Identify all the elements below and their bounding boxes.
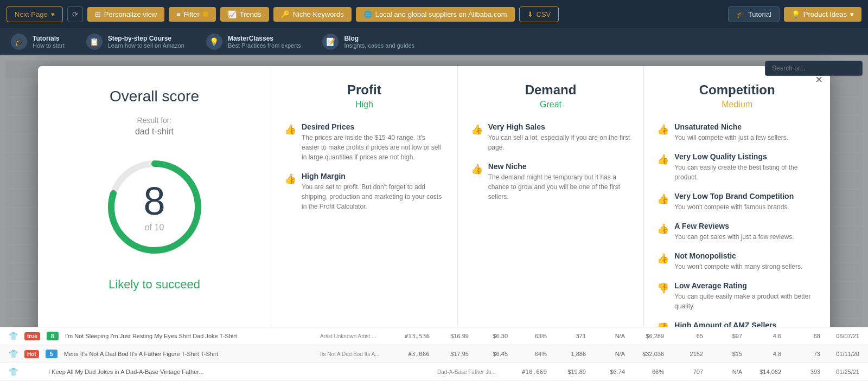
demand-item-1-desc: The demand might be temporary but it has…: [488, 172, 631, 202]
personalize-view-button[interactable]: ⊞ Personalize view: [87, 7, 165, 22]
profit-subtitle: High: [284, 100, 444, 109]
comp-item-4: 👍 Not Monopolistic You won't compete wit…: [657, 251, 817, 272]
comp-item-2-name: Very Low Top Brand Competition: [674, 192, 794, 201]
refresh-button[interactable]: ⟳: [67, 7, 83, 22]
comp-icon-4: 👍: [657, 253, 669, 264]
comp-item-2: 👍 Very Low Top Brand Competition You won…: [657, 192, 817, 212]
product-ideas-button[interactable]: 💡 Product Ideas ▾: [784, 7, 861, 22]
row-rating-1: 4.8: [749, 351, 781, 357]
tutorials-title: Tutorials: [33, 35, 65, 42]
trends-icon: 📈: [228, 10, 237, 18]
row-margin-1: 64%: [514, 351, 547, 357]
thumbs-up-icon-1: 👍: [284, 173, 296, 185]
tutorials-subtitle: How to start: [33, 42, 65, 49]
alibaba-icon: 🌐: [363, 10, 372, 18]
row-num-0: 68: [788, 333, 820, 339]
subnav: 🎓 Tutorials How to start 📋 Step-by-step …: [0, 28, 868, 55]
comp-item-4-name: Not Monopolistic: [674, 251, 802, 260]
demand-item-1-name: New Niche: [488, 162, 631, 171]
close-button[interactable]: ×: [815, 74, 822, 86]
product-icon: 👕: [9, 332, 18, 340]
row-margin-0: 63%: [514, 333, 547, 339]
result-for-label: Result for:: [137, 116, 172, 125]
next-page-button[interactable]: Next Page ▾: [7, 7, 63, 22]
subnav-item-blog[interactable]: 📝 Blog Insights, cases and guides: [322, 34, 414, 50]
masterclasses-title: MasterClasses: [228, 35, 301, 42]
competition-subtitle: Medium: [657, 100, 817, 109]
comp-icon-3: 👍: [657, 223, 669, 235]
comp-icon-5: 👎: [657, 282, 669, 294]
masterclasses-subtitle: Best Practices from experts: [228, 42, 301, 49]
row-val2-0: $97: [710, 333, 742, 339]
row-price-0: $16.99: [436, 333, 469, 339]
table-row: 👕 true 8 I'm Not Sleeping I'm Just Resti…: [0, 327, 868, 345]
blog-icon: 📝: [322, 34, 339, 50]
search-area: [765, 61, 863, 76]
tutorial-label: Tutorial: [748, 10, 771, 18]
comp-item-1-name: Very Low Quality Listings: [674, 152, 817, 161]
row-bsr-0: 65: [671, 333, 703, 339]
niche-keywords-button[interactable]: 🔑 Niche Keywords: [273, 7, 352, 22]
comp-icon-2: 👍: [657, 193, 669, 205]
comp-item-5-name: Low Average Rating: [674, 281, 817, 290]
blog-title: Blog: [344, 35, 414, 42]
niche-keywords-icon: 🔑: [281, 10, 290, 18]
csv-icon: ⬇: [527, 10, 533, 18]
profit-title: Profit: [284, 82, 444, 98]
profit-item-0-desc: The prices are inside the $15-40 range. …: [302, 133, 444, 162]
toolbar-right: 🎓 Tutorial 💡 Product Ideas ▾: [728, 7, 861, 22]
subnav-item-tutorials[interactable]: 🎓 Tutorials How to start: [11, 34, 65, 50]
product-ideas-icon: 💡: [792, 10, 800, 18]
comp-item-4-desc: You won't compete with many strong selle…: [674, 262, 802, 272]
row-brand-1: Its Not A Dad Bod Its A...: [320, 351, 391, 357]
chevron-down-icon-2: ▾: [850, 10, 854, 18]
profit-item-0-name: Desired Prices: [302, 122, 444, 131]
table-row: 👕 I Keep All My Dad Jokes in A Dad-A-Bas…: [0, 363, 868, 381]
row-num-1: 73: [788, 351, 820, 357]
row-cost-0: $6.30: [475, 333, 508, 339]
row-revenue-2: $14,062: [749, 369, 781, 375]
thumbs-up-icon-0: 👍: [284, 124, 296, 135]
alibaba-button[interactable]: 🌐 Local and global suppliers on Alibaba.…: [356, 7, 515, 22]
filter-icon: ≡: [176, 10, 181, 18]
row-price-1: $17.95: [436, 351, 469, 357]
row-revenue-0: $6,289: [631, 333, 664, 339]
trends-button[interactable]: 📈 Trends: [220, 7, 269, 22]
row-rank-2: #10,669: [514, 369, 547, 376]
hot-badge: true: [24, 332, 40, 340]
table-row: 👕 Hot 5 Mens It's Not A Dad Bod It's A F…: [0, 345, 868, 363]
row-title-2: I Keep All My Dad Jokes in A Dad-A-Base …: [48, 369, 431, 375]
demand-icon-0: 👍: [471, 124, 483, 135]
chevron-down-icon: ▾: [51, 10, 55, 18]
score-badge-0: 8: [47, 332, 59, 340]
blog-subtitle: Insights, cases and guides: [344, 42, 414, 49]
demand-icon-1: 👍: [471, 163, 483, 175]
comp-item-5: 👎 Low Average Rating You can quite easil…: [657, 281, 817, 311]
course-subtitle: Learn how to sell on Amazon: [108, 42, 184, 49]
subnav-item-masterclasses[interactable]: 💡 MasterClasses Best Practices from expe…: [206, 34, 301, 50]
product-icon: 👕: [9, 350, 18, 358]
score-badge-1: 5: [46, 350, 58, 358]
personalize-icon: ⊞: [95, 10, 101, 18]
filter-indicator: [203, 11, 208, 17]
comp-icon-0: 👍: [657, 124, 669, 135]
row-na-2: N/A: [710, 369, 742, 375]
row-bsr-2: 393: [788, 369, 820, 375]
tutorials-icon: 🎓: [11, 34, 27, 50]
demand-item-0-name: Very High Sales: [488, 122, 631, 131]
row-date-1: 01/11/20: [827, 351, 859, 357]
row-date-0: 06/07/21: [827, 333, 859, 339]
likely-text: Likely to succeed: [108, 277, 200, 292]
row-rank-1: #3,066: [397, 351, 430, 358]
tutorial-button[interactable]: 🎓 Tutorial: [728, 7, 780, 22]
subnav-item-course[interactable]: 📋 Step-by-step Course Learn how to sell …: [86, 34, 184, 50]
csv-button[interactable]: ⬇ CSV: [519, 7, 559, 22]
bottom-table: 👕 true 8 I'm Not Sleeping I'm Just Resti…: [0, 327, 868, 381]
comp-item-2-desc: You won't compete with famous brands.: [674, 202, 794, 212]
search-input[interactable]: [765, 61, 863, 76]
filter-button[interactable]: ≡ Filter: [169, 7, 215, 22]
row-cost-2: $6.74: [592, 369, 625, 375]
personalize-label: Personalize view: [104, 10, 157, 18]
main-area: × Overall score Result for: dad t-shirt …: [0, 55, 868, 381]
tutorial-icon: 🎓: [736, 10, 745, 18]
